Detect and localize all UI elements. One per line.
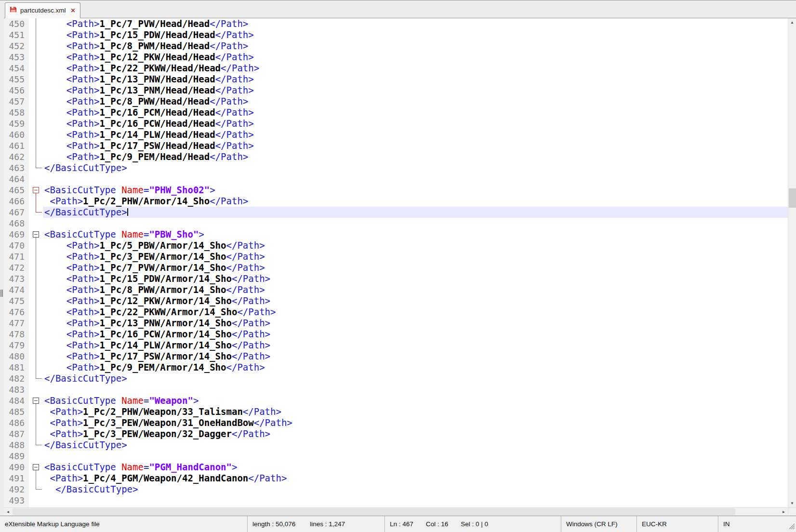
- line-number[interactable]: 460: [4, 129, 29, 140]
- line-number[interactable]: 488: [4, 439, 29, 451]
- code-text[interactable]: <Path>1_Pc/22_PKWW/Armor/14_Sho</Path>: [43, 306, 788, 318]
- line-number[interactable]: 463: [4, 162, 29, 173]
- line-number[interactable]: 454: [4, 63, 29, 74]
- code-text[interactable]: <Path>1_Pc/3_PEW/Weapon/31_OneHandBow</P…: [43, 417, 788, 428]
- line-number[interactable]: 478: [4, 329, 29, 340]
- line-number[interactable]: 465: [4, 185, 29, 196]
- tab-close-icon[interactable]: ✕: [71, 8, 76, 13]
- line-number[interactable]: 492: [4, 484, 29, 495]
- status-insert-mode[interactable]: IN: [718, 516, 796, 532]
- line-number[interactable]: 493: [4, 495, 29, 506]
- code-text[interactable]: <Path>1_Pc/9_PEM/Head/Head</Path>: [43, 151, 788, 162]
- code-text[interactable]: <Path>1_Pc/12_PKW/Head/Head</Path>: [43, 52, 788, 63]
- code-text[interactable]: <Path>1_Pc/7_PVW/Armor/14_Sho</Path>: [43, 262, 788, 273]
- resize-grip-icon[interactable]: [788, 522, 795, 531]
- line-number[interactable]: 472: [4, 262, 29, 273]
- code-text[interactable]: <Path>1_Pc/22_PKWW/Head/Head</Path>: [43, 63, 788, 74]
- code-text[interactable]: <Path>1_Pc/17_PSW/Armor/14_Sho</Path>: [43, 351, 788, 362]
- code-text[interactable]: <Path>1_Pc/16_PCW/Armor/14_Sho</Path>: [43, 329, 788, 340]
- line-number[interactable]: 462: [4, 151, 29, 162]
- tab-partcutdesc-xml[interactable]: partcutdesc.xml ✕: [5, 2, 80, 18]
- fold-collapse-icon[interactable]: [29, 462, 43, 473]
- line-number[interactable]: 464: [4, 173, 29, 185]
- code-text[interactable]: </BasicCutType>: [43, 207, 788, 218]
- code-text[interactable]: <Path>1_Pc/5_PBW/Armor/14_Sho</Path>: [43, 240, 788, 251]
- code-text[interactable]: <Path>1_Pc/9_PEM/Armor/14_Sho</Path>: [43, 362, 788, 373]
- line-number[interactable]: 484: [4, 395, 29, 406]
- line-number[interactable]: 453: [4, 52, 29, 63]
- line-number[interactable]: 473: [4, 273, 29, 284]
- code-text[interactable]: [43, 218, 788, 229]
- code-text[interactable]: [43, 384, 788, 395]
- line-number[interactable]: 458: [4, 107, 29, 118]
- line-number[interactable]: 461: [4, 140, 29, 151]
- dock-splitter[interactable]: [0, 0, 4, 516]
- line-number[interactable]: 481: [4, 362, 29, 373]
- code-text[interactable]: <Path>1_Pc/17_PSW/Head/Head</Path>: [43, 140, 788, 151]
- code-text[interactable]: </BasicCutType>: [43, 439, 788, 451]
- vertical-scrollbar[interactable]: ▲ ▼: [788, 18, 796, 507]
- code-text[interactable]: <BasicCutType Name="PHW_Sho02">: [43, 185, 788, 196]
- code-text[interactable]: <Path>1_Pc/14_PLW/Head/Head</Path>: [43, 129, 788, 140]
- code-text[interactable]: </BasicCutType>: [43, 373, 788, 384]
- code-text[interactable]: <Path>1_Pc/12_PKW/Armor/14_Sho</Path>: [43, 295, 788, 306]
- code-text[interactable]: <Path>1_Pc/8_PWW/Head/Head</Path>: [43, 96, 788, 107]
- line-number[interactable]: 468: [4, 218, 29, 229]
- scroll-left-icon[interactable]: ◄: [4, 508, 12, 516]
- line-number[interactable]: 455: [4, 74, 29, 85]
- line-number[interactable]: 487: [4, 428, 29, 439]
- vertical-scroll-thumb[interactable]: [789, 188, 796, 208]
- status-encoding[interactable]: EUC-KR: [637, 516, 718, 532]
- code-text[interactable]: <Path>1_Pc/16_PCW/Head/Head</Path>: [43, 118, 788, 129]
- line-number[interactable]: 476: [4, 306, 29, 318]
- code-text[interactable]: <Path>1_Pc/3_PEW/Armor/14_Sho</Path>: [43, 251, 788, 262]
- code-text[interactable]: <Path>1_Pc/8_PWM/Head/Head</Path>: [43, 40, 788, 52]
- scroll-up-icon[interactable]: ▲: [788, 18, 796, 27]
- code-text[interactable]: <Path>1_Pc/16_PCM/Head/Head</Path>: [43, 107, 788, 118]
- code-text[interactable]: <Path>1_Pc/13_PNW/Armor/14_Sho</Path>: [43, 318, 788, 329]
- code-text[interactable]: <Path>1_Pc/3_PEW/Weapon/32_Dagger</Path>: [43, 428, 788, 439]
- code-text[interactable]: [43, 451, 788, 462]
- line-number[interactable]: 482: [4, 373, 29, 384]
- code-text[interactable]: <Path>1_Pc/7_PVW/Head/Head</Path>: [43, 18, 788, 29]
- horizontal-scrollbar[interactable]: ◄ ►: [4, 508, 788, 516]
- line-number[interactable]: 483: [4, 384, 29, 395]
- line-number[interactable]: 491: [4, 473, 29, 484]
- code-text[interactable]: </BasicCutType>: [43, 162, 788, 173]
- line-number[interactable]: 466: [4, 196, 29, 207]
- horizontal-scroll-thumb[interactable]: [13, 508, 735, 515]
- line-number[interactable]: 457: [4, 96, 29, 107]
- fold-collapse-icon[interactable]: [29, 185, 43, 196]
- code-text[interactable]: <BasicCutType Name="PGM_HandCanon">: [43, 462, 788, 473]
- line-number[interactable]: 469: [4, 229, 29, 240]
- code-text[interactable]: [43, 495, 788, 506]
- line-number[interactable]: 451: [4, 29, 29, 40]
- code-text[interactable]: <BasicCutType Name="PBW_Sho">: [43, 229, 788, 240]
- status-eol-format[interactable]: Windows (CR LF): [561, 516, 637, 532]
- code-text[interactable]: <BasicCutType Name="Weapon">: [43, 395, 788, 406]
- code-text[interactable]: <Path>1_Pc/4_PGM/Weapon/42_HandCanon</Pa…: [43, 473, 788, 484]
- code-text[interactable]: <Path>1_Pc/15_PDW/Head/Head</Path>: [43, 29, 788, 40]
- code-text[interactable]: <Path>1_Pc/2_PHW/Armor/14_Sho</Path>: [43, 196, 788, 207]
- dock-grip-icon[interactable]: [0, 290, 3, 297]
- line-number[interactable]: 459: [4, 118, 29, 129]
- code-text[interactable]: </BasicCutType>: [43, 484, 788, 495]
- code-text[interactable]: <Path>1_Pc/2_PHW/Weapon/33_Talisman</Pat…: [43, 406, 788, 417]
- line-number[interactable]: 479: [4, 340, 29, 351]
- line-number[interactable]: 480: [4, 351, 29, 362]
- line-number[interactable]: 474: [4, 284, 29, 295]
- line-number[interactable]: 450: [4, 18, 29, 29]
- line-number[interactable]: 471: [4, 251, 29, 262]
- fold-collapse-icon[interactable]: [29, 229, 43, 240]
- line-number[interactable]: 486: [4, 417, 29, 428]
- code-text[interactable]: <Path>1_Pc/8_PWW/Armor/14_Sho</Path>: [43, 284, 788, 295]
- line-number[interactable]: 489: [4, 451, 29, 462]
- code-lines[interactable]: 450 <Path>1_Pc/7_PVW/Head/Head</Path>451…: [4, 18, 788, 507]
- line-number[interactable]: 470: [4, 240, 29, 251]
- line-number[interactable]: 490: [4, 462, 29, 473]
- code-text[interactable]: <Path>1_Pc/13_PNM/Head/Head</Path>: [43, 85, 788, 96]
- scroll-down-icon[interactable]: ▼: [788, 499, 796, 507]
- code-text[interactable]: [43, 173, 788, 185]
- line-number[interactable]: 456: [4, 85, 29, 96]
- line-number[interactable]: 477: [4, 318, 29, 329]
